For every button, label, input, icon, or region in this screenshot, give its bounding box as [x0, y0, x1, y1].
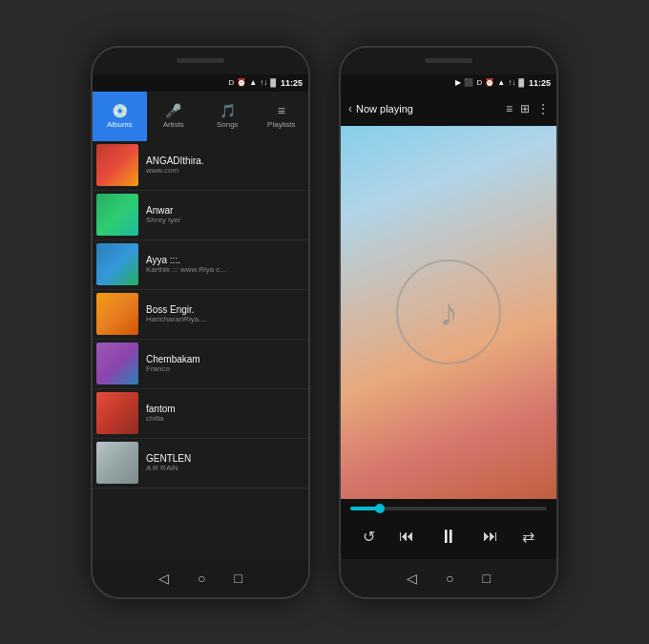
- recent-button-right[interactable]: □: [483, 571, 491, 586]
- status-icon-signal: ▲: [249, 78, 257, 87]
- album-sub-6: chitla: [146, 414, 176, 423]
- album-title-5: Chembakam: [146, 354, 200, 364]
- artists-icon: 🎤: [165, 103, 181, 118]
- nav-bar-left: ◁ ○ □: [93, 559, 308, 597]
- album-art-1: [96, 144, 138, 186]
- now-playing-title: Now playing: [356, 103, 506, 114]
- songs-icon: 🎵: [220, 103, 236, 118]
- tab-bar: 💿 Albums 🎤 Artists 🎵 Songs ≡ Playlists: [93, 92, 308, 141]
- status-icon-alarm2: ⏰: [485, 78, 494, 87]
- status-icon-signal2: ▲: [497, 78, 505, 87]
- more-icon[interactable]: ⋮: [537, 102, 549, 115]
- album-art-7: [96, 442, 138, 484]
- album-art-5: [96, 343, 138, 384]
- status-icon-battery: ▓: [270, 78, 276, 87]
- status-box-icon: ⬛: [464, 78, 473, 87]
- album-list: ANGADIthira. www.com Anwar Shrey Iyer Ay…: [93, 141, 308, 559]
- back-button-right[interactable]: ◁: [407, 571, 417, 586]
- tab-artists[interactable]: 🎤 Artists: [147, 92, 201, 141]
- status-time-left: 11:25: [281, 78, 303, 88]
- album-title-6: fantom: [146, 404, 176, 414]
- now-playing-art: ♪: [341, 126, 556, 499]
- list-item[interactable]: Anwar Shrey Iyer: [93, 191, 308, 240]
- screen-left: D ⏰ ▲ ↑↓ ▓ 11:25 💿 Albums 🎤 Artists 🎵: [93, 74, 308, 559]
- right-phone: ▶ ⬛ D ⏰ ▲ ↑↓ ▓ 11:25 ‹ Now playing ≡ ⊞ ⋮: [339, 46, 558, 599]
- speaker-right: [425, 58, 472, 63]
- rewind-button[interactable]: ⏮: [399, 528, 414, 545]
- list-item[interactable]: Boss Engir. HaricharariRiya....: [93, 290, 308, 340]
- progress-bar[interactable]: [350, 507, 547, 510]
- status-bar-right: ▶ ⬛ D ⏰ ▲ ↑↓ ▓ 11:25: [341, 74, 556, 92]
- album-sub-2: Shrey Iyer: [146, 216, 180, 224]
- album-title-1: ANGADIthira.: [146, 156, 204, 166]
- status-icon-battery2: ▓: [518, 78, 524, 87]
- tab-albums[interactable]: 💿 Albums: [93, 92, 147, 141]
- list-item[interactable]: Chembakam Franco: [93, 340, 308, 389]
- album-info-6: fantom chitla: [146, 404, 176, 423]
- play-pause-button[interactable]: ⏸: [439, 526, 458, 548]
- shuffle-button[interactable]: ⇄: [522, 528, 534, 546]
- status-icon-alarm: ⏰: [237, 78, 246, 87]
- status-icon-d2: D: [476, 78, 482, 87]
- list-item[interactable]: ANGADIthira. www.com: [93, 141, 308, 191]
- player-controls: ↺ ⏮ ⏸ ⏭ ⇄: [341, 499, 556, 559]
- screen-right: ▶ ⬛ D ⏰ ▲ ↑↓ ▓ 11:25 ‹ Now playing ≡ ⊞ ⋮: [341, 74, 556, 559]
- status-icon-wifi: ↑↓: [260, 78, 267, 87]
- header-icons: ≡ ⊞ ⋮: [506, 102, 549, 115]
- music-note-icon: ♪: [439, 291, 458, 334]
- album-title-7: GENTLEN: [146, 453, 191, 464]
- status-icon-d: D: [228, 78, 234, 87]
- tab-playlists-label: Playlists: [267, 120, 295, 129]
- art-circle: ♪: [396, 260, 501, 364]
- album-sub-7: A R RAiN: [146, 464, 191, 472]
- album-sub-5: Franco: [146, 364, 200, 373]
- album-info-7: GENTLEN A R RAiN: [146, 453, 191, 472]
- album-info-1: ANGADIthira. www.com: [146, 156, 204, 175]
- album-art-3: [96, 243, 138, 285]
- album-art-6: [96, 392, 138, 434]
- list-item[interactable]: Ayya :::. Karthik ::: www.Riya c...: [93, 240, 308, 290]
- album-info-2: Anwar Shrey Iyer: [146, 205, 180, 224]
- tab-artists-label: Artists: [163, 120, 184, 129]
- player-app: ‹ Now playing ≡ ⊞ ⋮ ♪: [341, 92, 556, 559]
- playlists-icon: ≡: [278, 103, 285, 118]
- album-art-2: [96, 194, 138, 236]
- forward-button[interactable]: ⏭: [483, 528, 498, 545]
- phone-top-right: [341, 48, 556, 74]
- album-info-3: Ayya :::. Karthik ::: www.Riya c...: [146, 255, 226, 274]
- album-sub-3: Karthik ::: www.Riya c...: [146, 265, 226, 274]
- album-sub-4: HaricharariRiya....: [146, 315, 207, 323]
- status-bar-left: D ⏰ ▲ ↑↓ ▓ 11:25: [93, 74, 308, 92]
- albums-icon: 💿: [112, 103, 128, 118]
- music-app: 💿 Albums 🎤 Artists 🎵 Songs ≡ Playlists: [93, 92, 308, 559]
- player-header: ‹ Now playing ≡ ⊞ ⋮: [341, 92, 556, 126]
- tab-playlists[interactable]: ≡ Playlists: [255, 92, 309, 141]
- list-item[interactable]: fantom chitla: [93, 389, 308, 439]
- home-button-right[interactable]: ○: [446, 571, 453, 586]
- album-sub-1: www.com: [146, 166, 204, 175]
- album-title-2: Anwar: [146, 205, 180, 216]
- home-button-left[interactable]: ○: [198, 571, 205, 586]
- album-info-4: Boss Engir. HaricharariRiya....: [146, 304, 207, 323]
- back-icon[interactable]: ‹: [348, 102, 352, 115]
- list-item[interactable]: GENTLEN A R RAiN: [93, 439, 308, 488]
- status-icon-wifi2: ↑↓: [508, 78, 515, 87]
- recent-button-left[interactable]: □: [235, 571, 242, 586]
- progress-dot: [375, 504, 385, 513]
- repeat-button[interactable]: ↺: [363, 528, 375, 546]
- tab-songs[interactable]: 🎵 Songs: [200, 92, 255, 141]
- status-time-right: 11:25: [529, 78, 551, 88]
- status-play-icon: ▶: [455, 78, 461, 87]
- speaker-left: [177, 58, 224, 63]
- menu-icon[interactable]: ≡: [506, 102, 513, 115]
- controls-row: ↺ ⏮ ⏸ ⏭ ⇄: [350, 522, 547, 551]
- eq-icon[interactable]: ⊞: [520, 102, 530, 115]
- nav-bar-right: ◁ ○ □: [341, 559, 556, 597]
- album-title-4: Boss Engir.: [146, 304, 207, 315]
- tab-songs-label: Songs: [217, 120, 239, 129]
- back-button-left[interactable]: ◁: [158, 571, 169, 586]
- album-title-3: Ayya :::.: [146, 255, 226, 265]
- phone-top-left: [93, 48, 308, 74]
- album-art-4: [96, 293, 138, 335]
- left-phone: D ⏰ ▲ ↑↓ ▓ 11:25 💿 Albums 🎤 Artists 🎵: [91, 46, 310, 599]
